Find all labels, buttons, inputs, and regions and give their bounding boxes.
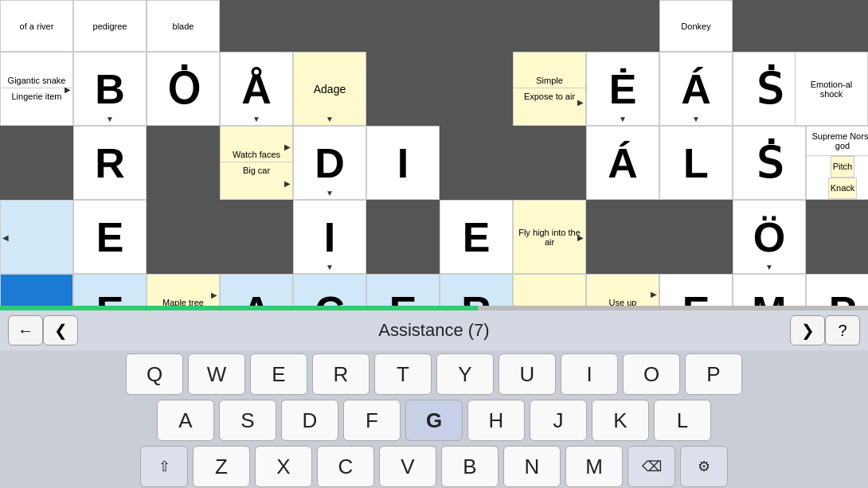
key-R[interactable]: R — [312, 353, 369, 395]
empty-cell-2 — [293, 0, 366, 52]
arrow-right-useup: ▶ — [651, 289, 657, 298]
clue-display: Assistance (7) — [78, 320, 790, 341]
key-row-3: ⇧ Z X C V B N M ⌫ ⚙ — [6, 446, 862, 487]
key-Q[interactable]: Q — [126, 353, 183, 395]
letter-R[interactable]: R — [73, 126, 147, 200]
letter-O2[interactable]: Ö ▼ — [733, 200, 806, 274]
empty-r2c0 — [0, 126, 73, 200]
arrow-down-I2: ▼ — [326, 263, 334, 271]
clue-supreme-pitch-knack: Supreme Norse god Pitch Knack — [806, 126, 868, 200]
clue-of-a-river: of a river — [0, 0, 73, 52]
clue-donkey: Donkey — [659, 0, 733, 52]
key-U[interactable]: U — [499, 353, 556, 395]
key-M[interactable]: M — [565, 446, 623, 487]
key-C[interactable]: C — [317, 446, 374, 487]
letter-B[interactable]: B ▼ — [73, 52, 147, 126]
letter-D[interactable]: D ▼ — [293, 126, 366, 200]
key-H[interactable]: H — [467, 400, 525, 441]
key-row-1: Q W E R T Y U I O P — [6, 353, 862, 395]
toolbar: ← ❮ Assistance (7) ❯ ? — [0, 310, 868, 350]
arrow-down-A: ▼ — [252, 115, 260, 123]
empty-r3c5 — [366, 200, 440, 274]
empty-cell-1 — [220, 0, 293, 52]
clue-gigantic-lingerie: Gigantic snake Lingerie item ▶ — [0, 52, 73, 126]
empty-cell-4 — [440, 0, 513, 52]
arrow-down-B: ▼ — [106, 115, 114, 123]
empty-cell-6 — [586, 0, 659, 52]
arrow-down-E1: ▼ — [619, 115, 627, 123]
clue-blade: blade — [147, 0, 220, 52]
key-shift[interactable]: ⇧ — [140, 446, 188, 487]
empty-r3c3 — [220, 200, 293, 274]
arrow-right-maple: ▶ — [211, 291, 217, 299]
back-button[interactable]: ← — [8, 315, 43, 346]
key-I[interactable]: I — [561, 353, 618, 395]
key-S[interactable]: S — [219, 400, 276, 441]
cell-blueleft-r3: ◀ — [0, 200, 73, 274]
crossword-area: of a river pedigree blade Donkey Giganti… — [0, 0, 868, 310]
letter-A2[interactable]: Á ▼ — [659, 52, 733, 126]
key-W[interactable]: W — [188, 353, 245, 395]
key-Y[interactable]: Y — [436, 353, 494, 395]
letter-E2[interactable]: E — [73, 200, 147, 274]
letter-I2[interactable]: I ▼ — [293, 200, 366, 274]
arrow-right-bigcar: ▶ — [284, 178, 291, 187]
key-N[interactable]: N — [503, 446, 561, 487]
key-backspace[interactable]: ⌫ — [628, 446, 675, 487]
letter-O[interactable]: Ȯ — [147, 52, 220, 126]
key-P[interactable]: P — [685, 353, 742, 395]
clue-pedigree: pedigree — [73, 0, 147, 52]
help-button[interactable]: ? — [825, 315, 860, 346]
key-V[interactable]: V — [379, 446, 436, 487]
keyboard-rows: Q W E R T Y U I O P A S D F G H J K L ⇧ … — [0, 350, 868, 488]
key-X[interactable]: X — [255, 446, 312, 487]
key-D[interactable]: D — [281, 400, 338, 441]
key-J[interactable]: J — [530, 400, 587, 441]
arrow-right-watch: ▶ — [284, 142, 291, 151]
arrow-left-r3: ◀ — [2, 232, 9, 241]
arrow-right-expose: ▶ — [577, 98, 584, 116]
next-button[interactable]: ❯ — [790, 315, 825, 346]
key-L[interactable]: L — [654, 400, 711, 441]
empty-r3c2 — [147, 200, 220, 274]
key-B[interactable]: B — [441, 446, 499, 487]
key-G[interactable]: G — [405, 400, 463, 441]
empty-cell-5 — [513, 0, 586, 52]
empty-r1c6 — [440, 52, 513, 126]
key-E[interactable]: E — [250, 353, 307, 395]
empty-r2c2 — [147, 126, 220, 200]
arrow-down-O2: ▼ — [765, 263, 773, 271]
key-A[interactable]: A — [157, 400, 214, 441]
arrow-down-D: ▼ — [326, 189, 334, 197]
clue-adage: Adage ▼ — [293, 52, 366, 126]
arrow-right-1: ▶ — [65, 84, 71, 93]
clue-simple-expose: Simple Expose to air ▶ — [513, 52, 586, 126]
empty-r3c8 — [586, 200, 659, 274]
letter-A[interactable]: Å ▼ — [220, 52, 293, 126]
letter-I1[interactable]: I — [366, 126, 440, 200]
arrow-down-A2: ▼ — [692, 115, 700, 123]
empty-cell-8 — [806, 0, 868, 52]
key-O[interactable]: O — [623, 353, 680, 395]
key-settings[interactable]: ⚙ — [680, 446, 728, 487]
empty-r2c7 — [513, 126, 586, 200]
empty-r3c11 — [806, 200, 868, 274]
key-F[interactable]: F — [343, 400, 401, 441]
key-T[interactable]: T — [374, 353, 432, 395]
letter-E3[interactable]: E — [440, 200, 513, 274]
letter-E-r1[interactable]: Ė ▼ — [586, 52, 659, 126]
key-K[interactable]: K — [592, 400, 649, 441]
keyboard-area: ← ❮ Assistance (7) ❯ ? Q W E R T Y U I O… — [0, 310, 868, 488]
arrow-right-fly: ▶ — [577, 232, 584, 241]
empty-cell-7 — [733, 0, 806, 52]
letter-S2[interactable]: Ṡ — [733, 126, 806, 200]
key-Z[interactable]: Z — [193, 446, 250, 487]
empty-cell-3 — [366, 0, 440, 52]
key-row-2: A S D F G H J K L — [6, 400, 862, 441]
letter-L[interactable]: L — [659, 126, 733, 200]
empty-r3c9 — [659, 200, 733, 274]
clue-fly-high: Fly high into the air ▶ — [513, 200, 586, 274]
letter-A3[interactable]: Á — [586, 126, 659, 200]
prev-button[interactable]: ❮ — [43, 315, 78, 346]
empty-r2c6 — [440, 126, 513, 200]
